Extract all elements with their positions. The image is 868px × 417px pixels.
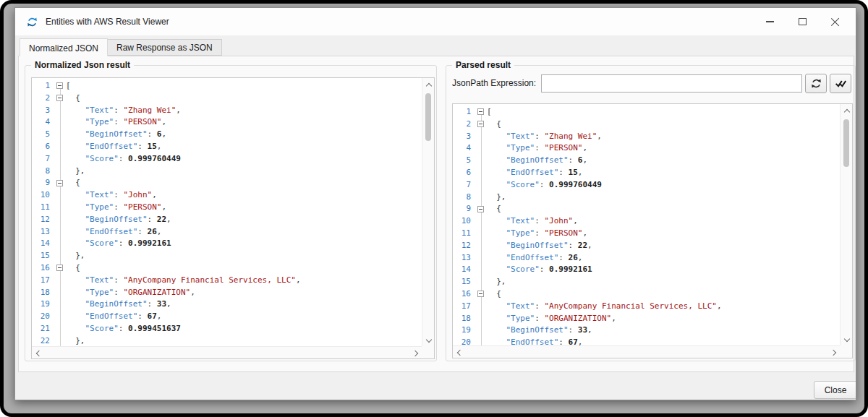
collapse-region-icon[interactable] [56,82,63,89]
fold-margin [476,192,487,204]
code-text: "Type": "PERSON", [66,202,166,214]
editor-text-area[interactable]: 1[2 {3 "Text": "Zhang Wei",4 "Type": "PE… [453,104,840,345]
fold-margin [55,93,66,105]
line-number: 17 [32,275,55,287]
line-number: 9 [32,177,55,189]
fold-margin [55,165,66,178]
line-number: 1 [453,106,476,119]
parsed-result-group-title: Parsed result [452,60,514,70]
collapse-region-icon[interactable] [56,265,63,271]
collapse-region-icon[interactable] [477,108,484,115]
line-number: 4 [32,116,55,129]
code-text: }, [487,276,506,288]
parsed-result-group: Parsed result JsonPath Expression: [446,65,856,361]
vertical-scrollbar-thumb[interactable] [425,93,431,141]
line-number: 5 [453,155,476,167]
tab-page: Normalized Json result 1[2 {3 "Text": "Z… [18,56,854,372]
line-number: 19 [32,298,55,311]
line-number: 22 [32,335,55,346]
editor-line: 3 "Text": "Zhang Wei", [453,131,840,143]
scroll-left-arrow[interactable] [453,346,465,358]
scroll-right-arrow[interactable] [827,346,840,358]
scroll-left-arrow[interactable] [32,347,44,359]
code-text: { [487,288,501,301]
editor-line: 20 "EndOffset": 67, [32,311,422,323]
code-text: { [66,93,80,105]
collapse-region-icon[interactable] [477,291,484,297]
code-text: "BeginOffset": 33, [487,324,592,337]
editor-line: 8 }, [453,192,840,204]
scroll-down-arrow[interactable] [841,333,853,345]
jsonpath-label: JsonPath Expression: [452,78,536,88]
editor-line: 2 { [453,119,840,131]
code-text: "Text": "AnyCompany Financial Services, … [66,275,301,287]
code-text: "Score": 0.999760449 [487,179,602,192]
line-number: 20 [453,337,476,345]
scroll-right-arrow[interactable] [409,347,422,359]
minimize-button[interactable] [754,8,786,35]
maximize-button[interactable] [786,8,819,35]
chevron-right-icon [412,350,417,356]
editor-line: 9 { [32,177,422,189]
scroll-down-arrow[interactable] [422,334,435,346]
fold-margin [476,167,487,179]
editor-line: 13 "EndOffset": 26, [453,252,840,265]
close-icon [831,17,840,26]
code-text: "Text": "Zhang Wei", [487,131,602,143]
parsed-json-editor[interactable]: 1[2 {3 "Text": "Zhang Wei",4 "Type": "PE… [452,103,853,358]
tab-raw-response-json[interactable]: Raw Response as JSON [107,39,222,56]
line-number: 12 [453,240,476,252]
fold-margin [55,287,66,299]
vertical-scrollbar[interactable] [840,104,852,345]
jsonpath-input[interactable] [541,74,802,93]
code-text: "Type": "ORGANIZATION", [66,287,195,299]
editor-line: 5 "BeginOffset": 6, [32,129,422,141]
fold-margin [476,131,487,143]
chevron-down-icon [843,335,849,341]
chevron-up-icon [843,108,849,114]
editor-line: 14 "Score": 0.9992161 [453,264,840,276]
tab-normalized-json[interactable]: Normalized JSON [20,38,108,56]
fold-margin [55,250,66,262]
line-number: 20 [32,311,55,323]
close-window-button[interactable] [819,8,851,35]
fold-margin [55,214,66,226]
line-number: 14 [32,238,55,250]
dialog-close-button[interactable]: Close [814,381,856,399]
chevron-down-icon [425,336,431,342]
minimize-icon [766,21,774,22]
fold-margin [476,142,487,155]
horizontal-scrollbar[interactable] [32,346,422,358]
line-number: 2 [32,93,55,105]
fold-margin [55,202,66,214]
collapse-region-icon[interactable] [56,180,63,186]
refresh-button[interactable] [805,74,827,93]
editor-text-area[interactable]: 1[2 {3 "Text": "Zhang Wei",4 "Type": "PE… [32,78,422,346]
editor-line: 14 "Score": 0.9992161 [32,238,422,250]
line-number: 8 [32,165,55,178]
line-number: 19 [453,324,476,337]
vertical-scrollbar-thumb[interactable] [843,119,849,167]
fold-margin [55,129,66,141]
editor-line: 1[ [32,80,422,93]
fold-margin [476,324,487,337]
editor-line: 11 "Type": "PERSON", [32,202,422,214]
validate-button[interactable] [830,74,851,93]
editor-line: 16 { [32,262,422,275]
line-number: 21 [32,323,55,335]
editor-line: 10 "Text": "John", [32,189,422,202]
horizontal-scrollbar[interactable] [453,345,840,358]
collapse-region-icon[interactable] [477,206,484,212]
line-number: 7 [453,179,476,192]
line-number: 12 [32,214,55,226]
fold-margin [476,119,487,131]
normalized-json-editor[interactable]: 1[2 {3 "Text": "Zhang Wei",4 "Type": "PE… [31,77,435,359]
collapse-region-icon[interactable] [477,121,484,127]
collapse-region-icon[interactable] [56,95,63,101]
line-number: 16 [453,288,476,301]
scroll-up-arrow[interactable] [841,104,853,116]
editor-line: 17 "Text": "AnyCompany Financial Service… [32,275,422,287]
scroll-up-arrow[interactable] [422,78,435,90]
vertical-scrollbar[interactable] [422,78,434,346]
fold-margin [476,288,487,301]
